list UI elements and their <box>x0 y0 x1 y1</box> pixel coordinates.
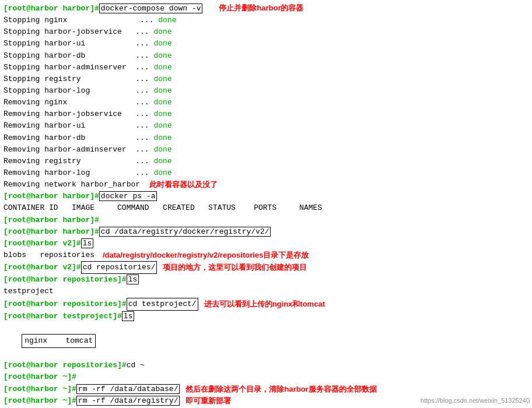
annotation-3: /data/registry/docker/registry/v2/reposi… <box>103 249 309 261</box>
cmd-box-rm2: rm -rf /data/registry/ <box>76 396 180 406</box>
output-line-4: Stopping harbor-db ... done <box>4 50 528 62</box>
cmd-text-cd4: cd ~ <box>127 361 145 370</box>
removing-ui: Removing harbor-ui ... <box>4 121 153 130</box>
nginx-tomcat-line: nginx tomcat <box>4 322 528 360</box>
prompt-ls2: [root@harbor repositories]# <box>4 275 127 284</box>
output-line-2: Stopping harbor-jobservice ... done <box>4 26 528 38</box>
output-line-10: Removing harbor-ui ... done <box>4 120 528 132</box>
output-line-9: Removing harbor-jobservice ... done <box>4 108 528 120</box>
blobs-repos: blobs repositories <box>4 249 97 261</box>
removing-adminserver: Removing harbor-adminserver ... <box>4 145 153 154</box>
cmd-box-ls2: ls <box>127 275 139 284</box>
output-line-12: Removing harbor-adminserver ... done <box>4 144 528 156</box>
rm2-cmd-block: [root@harbor ~]#rm -rf /data/registry/ <box>4 395 180 407</box>
created-col: CREATED <box>163 203 195 212</box>
removing-jobservice: Removing harbor-jobservice ... <box>4 110 153 118</box>
nginx-tomcat-box: nginx tomcat <box>22 334 96 348</box>
status-col: STATUS <box>208 203 236 212</box>
removing-nginx: Removing nginx ... <box>4 98 153 107</box>
annotation-1: 停止并删除harbor的容器 <box>219 3 303 12</box>
stopping-ui: Stopping harbor-ui ... <box>4 39 153 48</box>
command-line-ls2: [root@harbor repositories]#ls <box>4 274 528 286</box>
command-line-ls3: [root@harbor testproject]#ls <box>4 311 528 322</box>
command-line-cd3-row: [root@harbor repositories]#cd testprojec… <box>4 298 528 311</box>
prompt-cd4: [root@harbor repositories]# <box>4 361 127 370</box>
done-12: done <box>153 145 172 154</box>
stopping-jobservice: Stopping harbor-jobservice ... <box>4 27 153 36</box>
output-line-13: Removing registry ... done <box>4 156 528 167</box>
command-line-ps: [root@harbor harbor]#docker ps -a <box>4 191 528 202</box>
command-line-1: [root@harbor harbor]#docker-compose down… <box>4 2 528 15</box>
output-line-6: Stopping registry ... done <box>4 73 528 85</box>
rm1-cmd-block: [root@harbor ~]#rm -rf /data/database/ <box>4 384 180 395</box>
done-14: done <box>153 168 172 177</box>
done-3: done <box>153 39 172 48</box>
image-col: IMAGE <box>72 203 94 212</box>
annotation-7: 即可重新部署 <box>186 395 231 407</box>
cmd-box-cd1: cd /data/registry/docker/registry/v2/ <box>99 227 271 237</box>
prompt-cd3: [root@harbor repositories]# <box>4 298 127 310</box>
terminal: [root@harbor harbor]#docker-compose down… <box>0 0 532 408</box>
output-line-5: Stopping harbor-adminserver ... done <box>4 62 528 73</box>
stopping-log: Stopping harbor-log ... <box>4 86 153 95</box>
done-1: done <box>158 16 176 24</box>
removing-network: Removing network harbor_harbor <box>4 179 140 191</box>
prompt-2: [root@harbor harbor]# <box>4 216 99 224</box>
done-11: done <box>153 133 172 142</box>
prompt-only-2: [root@harbor ~]# <box>4 371 528 383</box>
removing-db: Removing harbor-db ... <box>4 133 153 142</box>
removing-network-row: Removing network harbor_harbor 此时看容器以及没了 <box>4 179 528 191</box>
command-line-cd1: [root@harbor harbor]#cd /data/registry/d… <box>4 226 528 238</box>
output-line-7: Stopping harbor-log ... done <box>4 85 528 97</box>
done-6: done <box>153 75 172 83</box>
cmd-box-ps: docker ps -a <box>99 191 158 201</box>
prompt-rm1: [root@harbor ~]# <box>4 385 76 393</box>
stopping-db: Stopping harbor-db ... <box>4 51 153 60</box>
url-label: https://blog.csdn.net/weixin_51325240 <box>421 396 530 406</box>
annotation-2: 此时看容器以及没了 <box>149 179 218 191</box>
done-9: done <box>153 110 172 118</box>
output-line-11: Removing harbor-db ... done <box>4 132 528 144</box>
prompt-1: [root@harbor harbor]# <box>4 4 99 13</box>
done-7: done <box>153 86 172 95</box>
output-line-8: Removing nginx ... done <box>4 97 528 108</box>
done-2: done <box>153 27 172 36</box>
table-header: CONTAINER ID IMAGE COMMAND CREATED STATU… <box>4 202 528 214</box>
command-line-cd4: [root@harbor repositories]#cd ~ <box>4 360 528 371</box>
command-line-ls1: [root@harbor v2]#ls <box>4 238 528 249</box>
prompt-cd1: [root@harbor harbor]# <box>4 227 99 236</box>
prompt-ps: [root@harbor harbor]# <box>4 192 99 201</box>
annotation-6: 然后在删除这两个目录，清除harbor服务容器的全部数据 <box>186 384 376 395</box>
names-col: NAMES <box>299 203 322 212</box>
stopping-adminserver: Stopping harbor-adminserver ... <box>4 63 153 72</box>
prompt-ls3: [root@harbor testproject]# <box>4 312 122 321</box>
cmd-box-ls1: ls <box>81 238 94 248</box>
prompt-ls1: [root@harbor v2]# <box>4 239 81 248</box>
command-rm1-row: [root@harbor ~]#rm -rf /data/database/ 然… <box>4 384 528 395</box>
done-13: done <box>153 157 172 166</box>
annotation-4: 项目的地方，这里可以看到我们创建的项目 <box>163 262 307 273</box>
blobs-row: blobs repositories /data/registry/docker… <box>4 249 528 261</box>
removing-registry: Removing registry ... <box>4 157 153 166</box>
done-5: done <box>153 63 172 72</box>
prompt-cd2: [root@harbor v2]# <box>4 262 81 273</box>
ports-col: PORTS <box>254 203 276 212</box>
stopping-registry: Stopping registry ... <box>4 75 153 83</box>
cmd-box-rm1: rm -rf /data/database/ <box>76 384 180 394</box>
cmd-box-cd3: cd testproject/ <box>127 298 198 311</box>
annotation-5: 进去可以看到上传的nginx和tomcat <box>204 298 325 310</box>
output-line-3: Stopping harbor-ui ... done <box>4 38 528 50</box>
testproject-line: testproject <box>4 286 528 297</box>
prompt-3: [root@harbor ~]# <box>4 372 76 381</box>
output-line-1: Stopping nginx ... done <box>4 15 528 26</box>
done-4: done <box>153 51 172 60</box>
output-line-14: Removing harbor-log ... done <box>4 167 528 179</box>
stopping-nginx: Stopping nginx ... <box>4 16 158 24</box>
cmd-box-cd2: cd repositories/ <box>81 261 158 274</box>
prompt-rm2: [root@harbor ~]# <box>4 396 76 405</box>
prompt-only-1: [root@harbor harbor]# <box>4 214 528 226</box>
done-10: done <box>153 121 172 130</box>
removing-log: Removing harbor-log ... <box>4 168 153 177</box>
cmd-box-ls3: ls <box>122 311 135 321</box>
container-id-col: CONTAINER ID <box>4 203 58 212</box>
